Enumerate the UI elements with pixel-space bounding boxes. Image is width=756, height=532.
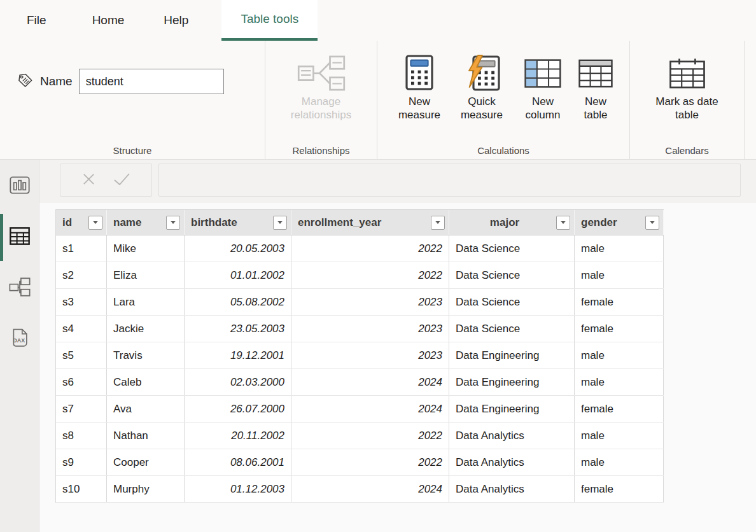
cell-gender[interactable]: male (575, 342, 664, 368)
cell-birthdate[interactable]: 20.11.2002 (185, 423, 291, 449)
cell-name[interactable]: Eliza (107, 262, 185, 288)
column-filter-button[interactable] (273, 216, 287, 230)
cell-major[interactable]: Data Analytics (449, 423, 575, 449)
cell-major[interactable]: Data Science (449, 235, 575, 262)
cell-birthdate[interactable]: 01.12.2003 (185, 476, 291, 502)
cell-major[interactable]: Data Analytics (449, 476, 575, 502)
cell-birthdate[interactable]: 20.05.2003 (185, 235, 291, 262)
new-table-label: New table (577, 95, 614, 122)
cell-name[interactable]: Mike (107, 235, 185, 262)
cell-name[interactable]: Caleb (107, 369, 185, 395)
cell-birthdate[interactable]: 08.06.2001 (185, 449, 291, 475)
cell-enrollment_year[interactable]: 2022 (291, 423, 449, 449)
column-header-enrollment_year[interactable]: enrollment_year (291, 210, 449, 235)
cell-enrollment_year[interactable]: 2024 (291, 476, 449, 502)
column-filter-button[interactable] (645, 216, 659, 230)
column-filter-button[interactable] (431, 216, 445, 230)
tab-help[interactable]: Help (157, 0, 195, 41)
cell-id[interactable]: s6 (56, 369, 107, 395)
cell-major[interactable]: Data Engineering (449, 342, 575, 368)
table-row: s1Mike20.05.20032022Data Sciencemale (56, 235, 664, 262)
cell-name[interactable]: Nathan (107, 423, 185, 449)
cell-name[interactable]: Murphy (107, 476, 185, 502)
cell-birthdate[interactable]: 23.05.2003 (185, 316, 291, 342)
cell-id[interactable]: s9 (56, 449, 107, 475)
sidebar-item-model-view[interactable] (0, 263, 39, 314)
cell-id[interactable]: s7 (56, 396, 107, 422)
cell-id[interactable]: s1 (56, 235, 107, 262)
cell-name[interactable]: Lara (107, 289, 185, 315)
cell-gender[interactable]: male (575, 369, 664, 395)
cell-enrollment_year[interactable]: 2023 (291, 342, 449, 368)
column-header-major[interactable]: major (449, 210, 575, 235)
cell-enrollment_year[interactable]: 2022 (291, 262, 449, 288)
mark-as-date-table-button[interactable]: Mark as date table (645, 41, 729, 159)
cell-id[interactable]: s4 (56, 316, 107, 342)
cancel-button[interactable] (81, 172, 96, 188)
table-row: s9Cooper08.06.20012022Data Analyticsmale (56, 449, 664, 476)
cell-name[interactable]: Ava (107, 396, 185, 422)
cell-birthdate[interactable]: 02.03.2000 (185, 369, 291, 395)
view-switcher-sidebar: DAX (0, 160, 39, 532)
new-measure-button[interactable]: New measure (389, 41, 450, 159)
cell-major[interactable]: Data Science (449, 316, 575, 342)
column-header-name[interactable]: name (107, 210, 185, 235)
column-filter-button[interactable] (88, 216, 102, 230)
cell-gender[interactable]: male (575, 262, 664, 288)
group-label-calculations: Calculations (377, 145, 629, 156)
tab-home[interactable]: Home (86, 0, 131, 41)
cell-major[interactable]: Data Science (449, 262, 575, 288)
cell-gender[interactable]: female (575, 476, 664, 502)
cancel-icon (81, 172, 96, 188)
formula-input[interactable] (158, 164, 741, 197)
column-filter-button[interactable] (166, 216, 180, 230)
cell-name[interactable]: Travis (107, 342, 185, 368)
quick-measure-button[interactable]: Quick measure (451, 41, 512, 159)
cell-birthdate[interactable]: 01.01.2002 (185, 262, 291, 288)
sidebar-item-dax-query-view[interactable]: DAX (0, 314, 39, 365)
cell-enrollment_year[interactable]: 2023 (291, 316, 449, 342)
cell-gender[interactable]: male (575, 423, 664, 449)
column-filter-button[interactable] (556, 216, 570, 230)
cell-id[interactable]: s8 (56, 423, 107, 449)
cell-id[interactable]: s5 (56, 342, 107, 368)
commit-button[interactable] (113, 172, 130, 188)
cell-enrollment_year[interactable]: 2023 (291, 289, 449, 315)
cell-name[interactable]: Jackie (107, 316, 185, 342)
cell-enrollment_year[interactable]: 2024 (291, 369, 449, 395)
table-name-input[interactable] (79, 69, 224, 94)
column-header-id[interactable]: id (56, 210, 107, 235)
powerbi-window: File Home Help Table tools Name Structur… (0, 0, 756, 532)
cell-id[interactable]: s2 (56, 262, 107, 288)
cell-gender[interactable]: male (575, 235, 664, 262)
table-row: s4Jackie23.05.20032023Data Sciencefemale (56, 316, 664, 342)
tab-table-tools[interactable]: Table tools (221, 0, 318, 41)
cell-enrollment_year[interactable]: 2024 (291, 396, 449, 422)
cell-gender[interactable]: male (575, 449, 664, 475)
cell-gender[interactable]: female (575, 396, 664, 422)
cell-major[interactable]: Data Analytics (449, 449, 575, 475)
cell-id[interactable]: s3 (56, 289, 107, 315)
cell-birthdate[interactable]: 19.12.2001 (185, 342, 291, 368)
new-table-button[interactable]: New table (573, 41, 618, 159)
cell-birthdate[interactable]: 05.08.2002 (185, 289, 291, 315)
cell-major[interactable]: Data Science (449, 289, 575, 315)
new-column-label: New column (517, 95, 568, 122)
cell-gender[interactable]: female (575, 316, 664, 342)
cell-major[interactable]: Data Engineering (449, 369, 575, 395)
cell-name[interactable]: Cooper (107, 449, 185, 475)
column-header-birthdate[interactable]: birthdate (185, 210, 291, 235)
manage-relationships-button[interactable]: Manage relationships (270, 41, 373, 159)
sidebar-item-table-view[interactable] (0, 212, 39, 263)
cell-major[interactable]: Data Engineering (449, 396, 575, 422)
cell-gender[interactable]: female (575, 289, 664, 315)
new-column-button[interactable]: New column (514, 41, 572, 159)
tab-file[interactable]: File (20, 0, 53, 41)
table-row: s3Lara05.08.20022023Data Sciencefemale (56, 289, 664, 316)
column-header-gender[interactable]: gender (575, 210, 664, 235)
cell-enrollment_year[interactable]: 2022 (291, 449, 449, 475)
sidebar-item-report-view[interactable] (0, 161, 39, 212)
cell-birthdate[interactable]: 26.07.2000 (185, 396, 291, 422)
cell-enrollment_year[interactable]: 2022 (291, 235, 449, 262)
cell-id[interactable]: s10 (56, 476, 107, 502)
